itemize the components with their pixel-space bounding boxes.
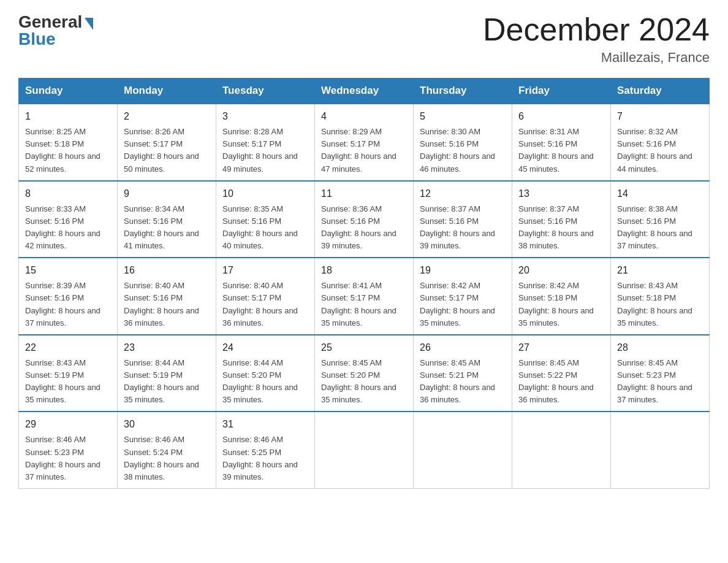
- day-number: 17: [222, 263, 308, 278]
- day-info-block: Sunrise: 8:45 AMSunset: 5:23 PMDaylight:…: [617, 357, 703, 407]
- day-number: 26: [420, 340, 506, 355]
- day-info-block: Sunrise: 8:46 AMSunset: 5:23 PMDaylight:…: [25, 434, 111, 483]
- calendar-day-cell: 26Sunrise: 8:45 AMSunset: 5:21 PMDayligh…: [414, 335, 512, 412]
- day-number: 15: [25, 263, 111, 278]
- day-number: 13: [518, 186, 604, 201]
- calendar-day-cell: 4Sunrise: 8:29 AMSunset: 5:17 PMDaylight…: [315, 104, 414, 181]
- day-number: 8: [25, 186, 111, 201]
- day-info-block: Sunrise: 8:45 AMSunset: 5:22 PMDaylight:…: [518, 357, 604, 407]
- day-number: 2: [124, 109, 210, 124]
- day-info-block: Sunrise: 8:45 AMSunset: 5:21 PMDaylight:…: [420, 357, 506, 407]
- day-header-row: Sunday Monday Tuesday Wednesday Thursday…: [19, 79, 710, 104]
- day-info-block: Sunrise: 8:46 AMSunset: 5:24 PMDaylight:…: [124, 434, 210, 483]
- day-number: 19: [420, 263, 506, 278]
- calendar-day-cell: 12Sunrise: 8:37 AMSunset: 5:16 PMDayligh…: [414, 181, 512, 258]
- day-info-block: Sunrise: 8:44 AMSunset: 5:20 PMDaylight:…: [222, 357, 308, 407]
- calendar-week-row: 29Sunrise: 8:46 AMSunset: 5:23 PMDayligh…: [19, 412, 710, 488]
- day-info-block: Sunrise: 8:33 AMSunset: 5:16 PMDaylight:…: [25, 203, 111, 253]
- calendar-day-cell: 31Sunrise: 8:46 AMSunset: 5:25 PMDayligh…: [216, 412, 315, 488]
- day-number: 12: [420, 186, 506, 201]
- calendar-table: Sunday Monday Tuesday Wednesday Thursday…: [18, 78, 710, 489]
- calendar-week-row: 15Sunrise: 8:39 AMSunset: 5:16 PMDayligh…: [19, 258, 710, 335]
- day-info-block: Sunrise: 8:31 AMSunset: 5:16 PMDaylight:…: [518, 126, 604, 175]
- calendar-day-cell: 2Sunrise: 8:26 AMSunset: 5:17 PMDaylight…: [118, 104, 216, 181]
- day-info-block: Sunrise: 8:39 AMSunset: 5:16 PMDaylight:…: [25, 280, 111, 329]
- calendar-body: 1Sunrise: 8:25 AMSunset: 5:18 PMDaylight…: [19, 104, 710, 488]
- calendar-day-cell: 7Sunrise: 8:32 AMSunset: 5:16 PMDaylight…: [611, 104, 710, 181]
- day-info-block: Sunrise: 8:25 AMSunset: 5:18 PMDaylight:…: [25, 126, 111, 175]
- day-number: 10: [222, 186, 308, 201]
- day-number: 21: [617, 263, 703, 278]
- day-number: 11: [321, 186, 407, 201]
- day-number: 25: [321, 340, 407, 355]
- day-number: 28: [617, 340, 703, 355]
- calendar-day-cell: 28Sunrise: 8:45 AMSunset: 5:23 PMDayligh…: [611, 335, 710, 412]
- page-header: General Blue December 2024 Maillezais, F…: [18, 12, 710, 66]
- day-number: 23: [124, 340, 210, 355]
- calendar-day-cell: 23Sunrise: 8:44 AMSunset: 5:19 PMDayligh…: [118, 335, 216, 412]
- day-info-block: Sunrise: 8:42 AMSunset: 5:17 PMDaylight:…: [420, 280, 506, 329]
- day-info-block: Sunrise: 8:38 AMSunset: 5:16 PMDaylight:…: [617, 203, 703, 253]
- calendar-day-cell: 8Sunrise: 8:33 AMSunset: 5:16 PMDaylight…: [19, 181, 118, 258]
- calendar-week-row: 1Sunrise: 8:25 AMSunset: 5:18 PMDaylight…: [19, 104, 710, 181]
- calendar-day-cell: 13Sunrise: 8:37 AMSunset: 5:16 PMDayligh…: [512, 181, 611, 258]
- calendar-day-cell: 14Sunrise: 8:38 AMSunset: 5:16 PMDayligh…: [611, 181, 710, 258]
- title-section: December 2024 Maillezais, France: [483, 12, 710, 66]
- calendar-day-cell: 18Sunrise: 8:41 AMSunset: 5:17 PMDayligh…: [315, 258, 414, 335]
- day-number: 7: [617, 109, 703, 124]
- calendar-day-cell: 9Sunrise: 8:34 AMSunset: 5:16 PMDaylight…: [118, 181, 216, 258]
- calendar-day-cell: 22Sunrise: 8:43 AMSunset: 5:19 PMDayligh…: [19, 335, 118, 412]
- calendar-day-cell: 27Sunrise: 8:45 AMSunset: 5:22 PMDayligh…: [512, 335, 611, 412]
- calendar-day-cell: 16Sunrise: 8:40 AMSunset: 5:16 PMDayligh…: [118, 258, 216, 335]
- header-saturday: Saturday: [611, 79, 710, 104]
- day-number: 20: [518, 263, 604, 278]
- day-info-block: Sunrise: 8:44 AMSunset: 5:19 PMDaylight:…: [124, 357, 210, 407]
- calendar-day-cell: 5Sunrise: 8:30 AMSunset: 5:16 PMDaylight…: [414, 104, 512, 181]
- day-info-block: Sunrise: 8:46 AMSunset: 5:25 PMDaylight:…: [222, 434, 308, 483]
- month-title: December 2024: [483, 12, 710, 47]
- calendar-day-cell: 11Sunrise: 8:36 AMSunset: 5:16 PMDayligh…: [315, 181, 414, 258]
- day-number: 14: [617, 186, 703, 201]
- calendar-day-cell: [414, 412, 512, 488]
- day-number: 9: [124, 186, 210, 201]
- day-number: 24: [222, 340, 308, 355]
- day-info-block: Sunrise: 8:35 AMSunset: 5:16 PMDaylight:…: [222, 203, 308, 253]
- day-info-block: Sunrise: 8:28 AMSunset: 5:17 PMDaylight:…: [222, 126, 308, 175]
- day-number: 30: [124, 417, 210, 432]
- day-number: 16: [124, 263, 210, 278]
- logo-arrow-icon: [85, 18, 93, 30]
- calendar-day-cell: 17Sunrise: 8:40 AMSunset: 5:17 PMDayligh…: [216, 258, 315, 335]
- logo-blue-text: Blue: [18, 29, 56, 49]
- day-info-block: Sunrise: 8:29 AMSunset: 5:17 PMDaylight:…: [321, 126, 407, 175]
- calendar-week-row: 8Sunrise: 8:33 AMSunset: 5:16 PMDaylight…: [19, 181, 710, 258]
- calendar-day-cell: 25Sunrise: 8:45 AMSunset: 5:20 PMDayligh…: [315, 335, 414, 412]
- header-sunday: Sunday: [19, 79, 118, 104]
- calendar-day-cell: 3Sunrise: 8:28 AMSunset: 5:17 PMDaylight…: [216, 104, 315, 181]
- calendar-day-cell: 19Sunrise: 8:42 AMSunset: 5:17 PMDayligh…: [414, 258, 512, 335]
- calendar-day-cell: 20Sunrise: 8:42 AMSunset: 5:18 PMDayligh…: [512, 258, 611, 335]
- calendar-day-cell: 30Sunrise: 8:46 AMSunset: 5:24 PMDayligh…: [118, 412, 216, 488]
- day-info-block: Sunrise: 8:40 AMSunset: 5:16 PMDaylight:…: [124, 280, 210, 329]
- day-info-block: Sunrise: 8:32 AMSunset: 5:16 PMDaylight:…: [617, 126, 703, 175]
- day-info-block: Sunrise: 8:41 AMSunset: 5:17 PMDaylight:…: [321, 280, 407, 329]
- day-info-block: Sunrise: 8:30 AMSunset: 5:16 PMDaylight:…: [420, 126, 506, 175]
- day-info-block: Sunrise: 8:45 AMSunset: 5:20 PMDaylight:…: [321, 357, 407, 407]
- calendar-day-cell: [611, 412, 710, 488]
- header-monday: Monday: [118, 79, 216, 104]
- calendar-day-cell: 1Sunrise: 8:25 AMSunset: 5:18 PMDaylight…: [19, 104, 118, 181]
- header-friday: Friday: [512, 79, 611, 104]
- day-info-block: Sunrise: 8:37 AMSunset: 5:16 PMDaylight:…: [420, 203, 506, 253]
- day-info-block: Sunrise: 8:43 AMSunset: 5:19 PMDaylight:…: [25, 357, 111, 407]
- header-tuesday: Tuesday: [216, 79, 315, 104]
- day-info-block: Sunrise: 8:34 AMSunset: 5:16 PMDaylight:…: [124, 203, 210, 253]
- day-number: 1: [25, 109, 111, 124]
- calendar-day-cell: [512, 412, 611, 488]
- day-info-block: Sunrise: 8:40 AMSunset: 5:17 PMDaylight:…: [222, 280, 308, 329]
- day-number: 5: [420, 109, 506, 124]
- day-number: 3: [222, 109, 308, 124]
- day-info-block: Sunrise: 8:43 AMSunset: 5:18 PMDaylight:…: [617, 280, 703, 329]
- location-label: Maillezais, France: [483, 50, 710, 66]
- day-number: 22: [25, 340, 111, 355]
- calendar-day-cell: 6Sunrise: 8:31 AMSunset: 5:16 PMDaylight…: [512, 104, 611, 181]
- logo: General Blue: [18, 12, 93, 49]
